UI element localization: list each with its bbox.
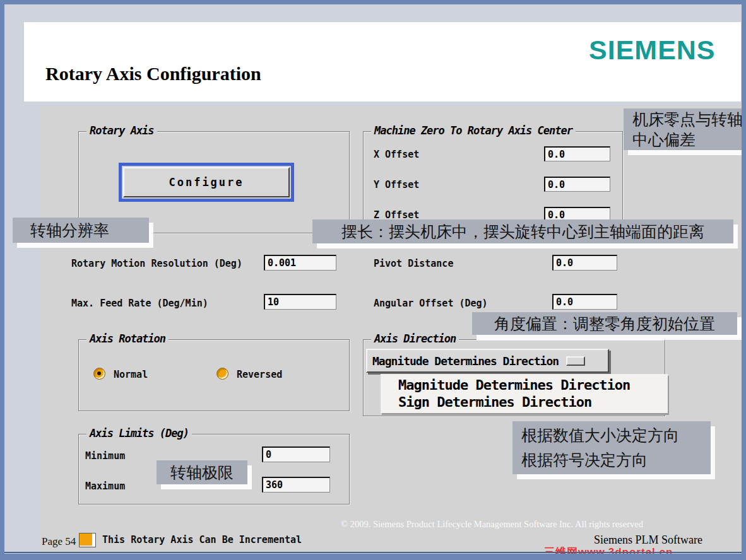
callout-machine-zero: 机床零点与转轴中心偏差: [624, 108, 746, 150]
incremental-checkbox[interactable]: [79, 533, 96, 547]
option-magnitude[interactable]: Magnitude Determines Direction: [398, 377, 668, 393]
angular-offset-label: Angular Offset (Deg): [374, 298, 488, 309]
group-axis-limits-title: Axis Limits (Deg): [86, 427, 192, 440]
copyright-text: © 2009. Siemens Product Lifecycle Manage…: [341, 519, 643, 530]
callout-magnitude-line: 根据数值大小决定方向: [521, 425, 679, 446]
radio-reversed-label[interactable]: Reversed: [237, 369, 282, 380]
x-offset-label: X Offset: [374, 149, 419, 160]
configure-button-focus-ring: Configure: [119, 163, 294, 202]
slide: Rotary Axis Configuration SIEMENS Rotary…: [0, 0, 746, 560]
callout-pivot-distance: 摆长：摆头机床中，摆头旋转中心到主轴端面的距离: [312, 219, 733, 243]
callout-sign-line: 根据符号决定方向: [521, 450, 648, 470]
callout-axis-limits: 转轴极限: [157, 460, 247, 484]
page-number: Page 54: [42, 535, 76, 548]
feed-rate-input[interactable]: [264, 294, 336, 310]
radio-reversed[interactable]: [216, 368, 228, 380]
frame-underline: [4, 552, 742, 553]
radio-normal-label[interactable]: Normal: [114, 369, 148, 380]
resolution-label: Rotary Motion Resolution (Deg): [71, 258, 242, 269]
resolution-input[interactable]: [264, 255, 336, 271]
radio-normal[interactable]: [93, 368, 105, 380]
group-axis-rotation-title: Axis Rotation: [86, 332, 169, 345]
maximum-label: Maximum: [85, 481, 125, 492]
x-offset-input[interactable]: [544, 146, 610, 161]
callout-angular-offset: 角度偏置：调整零角度初始位置: [472, 312, 737, 335]
page-title: Rotary Axis Configuration: [45, 63, 261, 85]
option-menu-indicator-icon: [566, 356, 585, 366]
option-sign[interactable]: Sign Determines Direction: [398, 394, 668, 410]
incremental-checkbox-label[interactable]: This Rotary Axis Can Be Incremental: [102, 534, 302, 545]
callout-resolution: 转轴分辨率: [13, 218, 149, 243]
axis-direction-dropdown[interactable]: Magnitude Determines Direction: [366, 349, 609, 373]
group-axis-direction-title: Axis Direction: [371, 332, 459, 345]
y-offset-input[interactable]: [544, 177, 610, 192]
group-machine-zero-title: Machine Zero To Rotary Axis Center: [371, 124, 576, 137]
feed-rate-label: Max. Feed Rate (Deg/Min): [71, 298, 208, 309]
group-rotary-axis-title: Rotary Axis: [86, 124, 157, 137]
pivot-distance-input[interactable]: [552, 255, 617, 271]
minimum-label: Minimum: [85, 450, 125, 462]
siemens-logo: SIEMENS: [589, 35, 716, 66]
y-offset-label: Y Offset: [374, 179, 419, 190]
minimum-input[interactable]: [262, 446, 330, 462]
axis-direction-selected-value: Magnitude Determines Direction: [372, 354, 559, 368]
axis-direction-option-list: Magnitude Determines Direction Sign Dete…: [381, 374, 668, 413]
callout-axis-direction: 根据数值大小决定方向 根据符号决定方向: [512, 421, 711, 474]
maximum-input[interactable]: [262, 477, 330, 493]
configure-button[interactable]: Configure: [123, 167, 290, 197]
pivot-distance-label: Pivot Distance: [374, 258, 453, 269]
angular-offset-input[interactable]: [552, 294, 617, 310]
